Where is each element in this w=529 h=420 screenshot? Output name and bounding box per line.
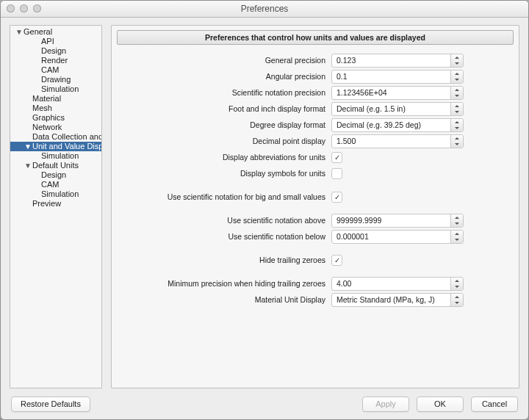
tree-item-label: Mesh xyxy=(32,104,52,113)
dropdown-value: 1.500 xyxy=(332,137,450,145)
stepper-arrows-icon[interactable] xyxy=(450,294,463,306)
setting-label: Display abbreviations for units xyxy=(118,153,331,162)
setting-label: Degree display format xyxy=(118,120,331,129)
stepper-arrows-icon[interactable] xyxy=(450,278,463,290)
checkbox[interactable]: ✓ xyxy=(331,192,342,203)
tree-item[interactable]: Data Collection and Use xyxy=(10,132,101,142)
tree-item[interactable]: Simulation xyxy=(10,189,101,199)
tree-item-label: General xyxy=(24,27,52,37)
dropdown[interactable]: Decimal (e.g. 1.5 in) xyxy=(331,102,464,116)
tree-item[interactable]: Network xyxy=(10,123,101,132)
tree-item[interactable]: CAM xyxy=(10,65,101,75)
tree-item-label: Material xyxy=(32,94,61,104)
tree-item-label: API xyxy=(41,37,54,46)
setting-label: Display symbols for units xyxy=(118,169,331,178)
tree-item-label: Default Units xyxy=(32,161,79,170)
disclosure-gutter[interactable]: ▼ xyxy=(24,162,32,170)
stepper-arrows-icon[interactable] xyxy=(450,103,463,115)
stepper-arrows-icon[interactable] xyxy=(450,70,463,83)
window-title: Preferences xyxy=(241,4,289,14)
setting-row: Hide trailing zeroes✓ xyxy=(118,252,512,268)
tree-item-label: Render xyxy=(41,56,68,65)
checkbox[interactable]: ✓ xyxy=(331,255,342,266)
tree-item[interactable]: Render xyxy=(10,56,101,65)
cancel-button[interactable]: Cancel xyxy=(471,397,518,412)
tree-item[interactable]: Preview xyxy=(10,199,101,209)
disclosure-gutter[interactable]: ▼ xyxy=(24,143,32,151)
preferences-window: Preferences ▼GeneralAPIDesignRenderCAMDr… xyxy=(0,0,529,420)
dropdown[interactable]: 0.123 xyxy=(331,54,464,68)
checkbox[interactable] xyxy=(331,168,342,179)
tree-item[interactable]: Simulation xyxy=(10,151,101,161)
tree-item[interactable]: Design xyxy=(10,46,101,56)
setting-row: General precision0.123 xyxy=(118,52,512,68)
tree-item-label: Simulation xyxy=(41,189,79,199)
stepper-arrows-icon[interactable] xyxy=(450,135,463,148)
chevron-down-icon: ▼ xyxy=(24,162,32,169)
setting-row: Use scientific notation below0.000001 xyxy=(118,228,512,245)
dropdown[interactable]: 4.00 xyxy=(331,277,464,291)
stepper-arrows-icon[interactable] xyxy=(450,214,463,227)
stepper-arrows-icon[interactable] xyxy=(450,87,463,99)
setting-row: Foot and inch display formatDecimal (e.g… xyxy=(118,101,512,117)
tree-item[interactable]: Graphics xyxy=(10,113,101,123)
dropdown-value: 1.123456E+04 xyxy=(332,88,450,97)
value-input[interactable]: 999999.9999 xyxy=(331,214,464,228)
setting-label: Use scientific notation for big and smal… xyxy=(118,192,331,201)
checkbox[interactable]: ✓ xyxy=(331,152,342,163)
dropdown[interactable]: 0.1 xyxy=(331,70,464,84)
setting-row: Minimum precision when hiding trailing z… xyxy=(118,275,512,292)
dropdown-value: 4.00 xyxy=(332,279,450,288)
disclosure-gutter[interactable]: ▼ xyxy=(15,29,24,36)
dropdown[interactable]: Metric Standard (MPa, kg, J) xyxy=(331,293,464,307)
setting-row: Angular precision0.1 xyxy=(118,68,512,84)
stepper-arrows-icon[interactable] xyxy=(450,54,463,67)
ok-button[interactable]: OK xyxy=(417,397,464,412)
tree-item[interactable]: ▼Default Units xyxy=(10,161,101,170)
minimize-icon[interactable] xyxy=(20,4,28,12)
tree-item[interactable]: CAM xyxy=(10,180,101,189)
tree-item[interactable]: Simulation xyxy=(10,84,101,94)
stepper-arrows-icon[interactable] xyxy=(450,231,463,243)
tree-item[interactable]: Drawing xyxy=(10,75,101,84)
dropdown-value: Metric Standard (MPa, kg, J) xyxy=(332,295,450,304)
tree-item[interactable]: Material xyxy=(10,94,101,104)
stepper-arrows-icon[interactable] xyxy=(450,119,463,131)
tree-item[interactable]: Design xyxy=(10,170,101,180)
tree-item-label: Graphics xyxy=(32,113,65,123)
setting-row: Material Unit DisplayMetric Standard (MP… xyxy=(118,292,512,308)
tree-item[interactable]: ▼Unit and Value Display xyxy=(10,142,101,151)
setting-label: Use scientific notation below xyxy=(118,232,331,241)
input-value: 0.000001 xyxy=(332,232,450,241)
chevron-down-icon: ▼ xyxy=(24,142,32,150)
settings-form: General precision0.123Angular precision0… xyxy=(117,52,514,308)
dropdown-value: 0.1 xyxy=(332,72,450,81)
settings-panel: Preferences that control how units and v… xyxy=(111,25,519,388)
setting-row: Use scientific notation for big and smal… xyxy=(118,189,512,205)
tree-item-label: Simulation xyxy=(41,84,79,94)
apply-button[interactable]: Apply xyxy=(362,397,409,412)
tree-item-label: Data Collection and Use xyxy=(32,132,102,142)
tree-item-label: Network xyxy=(32,123,62,132)
zoom-icon[interactable] xyxy=(33,4,41,12)
titlebar: Preferences xyxy=(1,1,528,18)
tree-item[interactable]: ▼General xyxy=(10,27,101,37)
chevron-down-icon: ▼ xyxy=(15,28,23,35)
close-icon[interactable] xyxy=(7,4,15,12)
setting-row: Use scientific notation above999999.9999 xyxy=(118,212,512,228)
setting-label: Foot and inch display format xyxy=(118,104,331,113)
dropdown-value: Decimal (e.g. 39.25 deg) xyxy=(332,120,450,129)
tree-item[interactable]: Mesh xyxy=(10,104,101,113)
dropdown[interactable]: 1.123456E+04 xyxy=(331,86,464,100)
value-input[interactable]: 0.000001 xyxy=(331,230,464,244)
tree-item[interactable]: API xyxy=(10,37,101,46)
setting-label: Use scientific notation above xyxy=(118,216,331,225)
restore-defaults-button[interactable]: Restore Defaults xyxy=(11,397,90,412)
dropdown[interactable]: Decimal (e.g. 39.25 deg) xyxy=(331,118,464,132)
tree-item-label: Design xyxy=(41,46,66,56)
tree-item-label: CAM xyxy=(41,65,59,75)
tree-item-label: CAM xyxy=(41,180,59,189)
setting-row: Display symbols for units xyxy=(118,165,512,181)
category-tree[interactable]: ▼GeneralAPIDesignRenderCAMDrawingSimulat… xyxy=(10,25,102,388)
dropdown[interactable]: 1.500 xyxy=(331,134,464,148)
